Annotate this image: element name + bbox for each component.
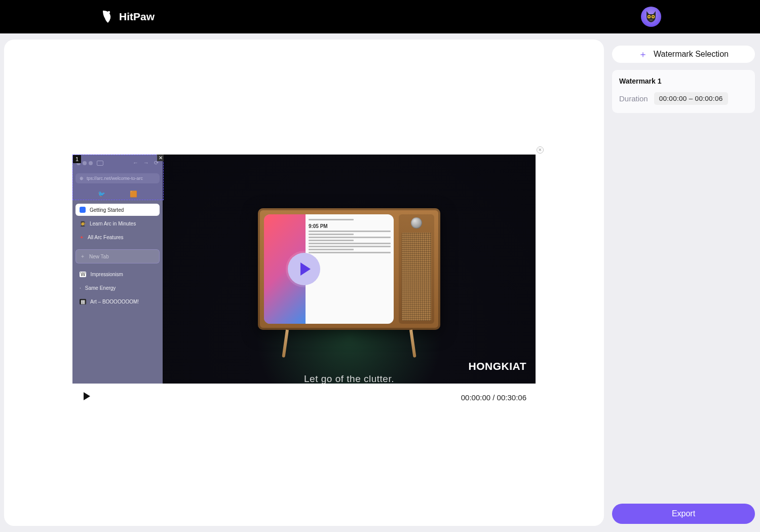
side-pane: ＋ Watermark Selection Watermark 1 Durati…	[608, 33, 760, 532]
svg-point-3	[649, 16, 650, 18]
duration-start: 00:00:00	[659, 95, 687, 102]
brand-watermark-text: HONGKIAT	[469, 360, 526, 372]
tv: 9:05 PM	[258, 208, 440, 330]
duration-range[interactable]: 00:00:00 – 00:00:06	[654, 92, 728, 105]
arc-item-features: ✦ All Arc Features	[75, 232, 160, 243]
tv-knob-icon	[411, 217, 422, 229]
video-wrapper: ✕ 1 ✕ ←→⟳ ⊕	[72, 155, 536, 411]
export-label: Export	[672, 509, 695, 518]
brand-logo[interactable]: HitPaw	[99, 9, 155, 24]
brand-name: HitPaw	[119, 11, 155, 23]
arc-item-learn: 🧑‍🎓 Learn Arc in Minutes	[75, 218, 160, 230]
watermark-selection-box[interactable]: 1 ✕	[72, 155, 164, 200]
user-avatar[interactable]	[641, 7, 661, 27]
export-button[interactable]: Export	[612, 504, 755, 524]
arc-item-newtab: ＋ New Tab	[75, 249, 160, 263]
add-watermark-selection-button[interactable]: ＋ Watermark Selection	[612, 46, 755, 63]
tv-screen: 9:05 PM	[264, 214, 394, 324]
svg-point-4	[653, 16, 654, 18]
add-watermark-label: Watermark Selection	[654, 50, 729, 59]
watermark-card[interactable]: Watermark 1 Duration 00:00:00 – 00:00:06	[612, 70, 755, 113]
play-button[interactable]	[82, 391, 92, 403]
duration-label: Duration	[619, 94, 648, 103]
video-frame[interactable]: 1 ✕ ←→⟳ ⊕ tps://arc.net/welcome-to-arc	[72, 155, 536, 384]
arc-item-energy: · Same Energy	[75, 282, 160, 294]
selection-close-button[interactable]: ✕	[157, 155, 164, 161]
main-layout: ✕ 1 ✕ ←→⟳ ⊕	[0, 33, 760, 532]
timecode: 00:00:00 / 00:30:06	[461, 393, 526, 402]
arc-item-getting-started: Getting Started	[75, 204, 160, 216]
watermark-title: Watermark 1	[619, 77, 748, 85]
arc-item-impressionism: W Impressionism	[75, 269, 160, 280]
arc-item-art: ▦ Art – BOOOOOOOM!	[75, 296, 160, 308]
close-video-button[interactable]: ✕	[537, 146, 544, 154]
total-time: 00:30:06	[497, 393, 526, 402]
logo-icon	[99, 9, 114, 24]
selection-number-badge: 1	[73, 155, 81, 163]
tv-panel	[399, 214, 434, 324]
tv-scene: 9:05 PM	[163, 155, 536, 384]
video-controls: 00:00:00 / 00:30:06	[72, 384, 536, 411]
tv-time-label: 9:05 PM	[309, 223, 391, 229]
app-header: HitPaw	[0, 0, 760, 33]
svg-point-0	[108, 11, 110, 13]
canvas-card: ✕ 1 ✕ ←→⟳ ⊕	[4, 40, 604, 526]
tv-speaker-grille	[402, 233, 431, 321]
plus-icon: ＋	[638, 48, 648, 60]
duration-end: 00:00:06	[695, 95, 723, 102]
current-time: 00:00:00	[461, 393, 490, 402]
video-caption: Let go of the clutter.	[304, 373, 394, 384]
play-overlay-button[interactable]	[288, 253, 320, 285]
canvas-pane: ✕ 1 ✕ ←→⟳ ⊕	[0, 33, 608, 532]
